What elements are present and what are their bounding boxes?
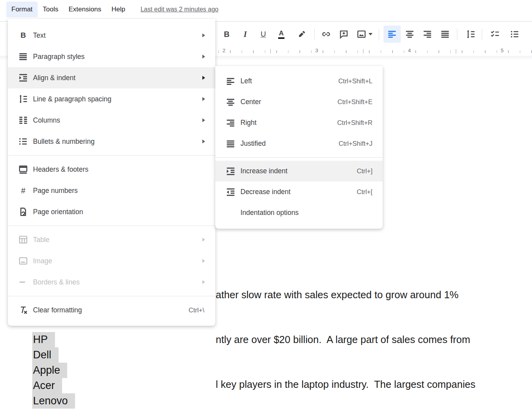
- submenu-shortcut: Ctrl+[: [357, 188, 372, 196]
- menu-item-label: Headers & footers: [33, 165, 88, 174]
- menu-item-label: Line & paragraph spacing: [33, 95, 111, 103]
- submenu-item-label: Center: [240, 98, 261, 106]
- submenu-arrow-icon: [202, 259, 205, 263]
- align-center-icon: [225, 97, 236, 107]
- table-icon: [18, 235, 29, 245]
- page-orientation-icon: [18, 207, 29, 217]
- submenu-shortcut: Ctrl+Shift+J: [339, 140, 372, 147]
- submenu-arrow-icon: [202, 280, 205, 284]
- text-line: ather slow rate with sales expected to g…: [216, 287, 475, 302]
- text-line: ntly are over $20 billion. A large part …: [216, 332, 475, 347]
- menu-divider: [8, 155, 215, 156]
- submenu-arrow-icon: [202, 139, 205, 143]
- menu-item-clear-formatting[interactable]: Clear formatting Ctrl+\: [8, 299, 215, 321]
- line-paragraph-spacing-icon: [18, 94, 29, 104]
- submenu-item-increase-indent[interactable]: Increase indent Ctrl+]: [215, 161, 383, 182]
- bullets-numbering-icon: [18, 136, 29, 147]
- menu-extensions[interactable]: Extensions: [64, 2, 106, 17]
- submenu-arrow-icon: [202, 76, 205, 80]
- menu-format[interactable]: Format: [6, 2, 38, 17]
- submenu-shortcut: Ctrl+Shift+E: [338, 98, 372, 106]
- text-line: l key players in the laptop industry. Th…: [216, 377, 475, 392]
- submenu-item-justified[interactable]: Justified Ctrl+Shift+J: [215, 133, 383, 154]
- menu-item-bullets-numbering[interactable]: Bullets & numbering: [8, 131, 215, 152]
- bold-icon: B: [18, 31, 29, 40]
- menu-item-label: Clear formatting: [33, 306, 82, 314]
- menu-item-borders-lines: Borders & lines: [8, 272, 215, 293]
- submenu-shortcut: Ctrl+Shift+R: [337, 119, 372, 127]
- clear-formatting-icon: [18, 305, 29, 315]
- menu-item-label: Borders & lines: [33, 278, 80, 286]
- submenu-item-label: Left: [240, 77, 252, 85]
- submenu-shortcut: Ctrl+Shift+L: [338, 77, 372, 85]
- list-item: HP: [32, 332, 75, 347]
- submenu-arrow-icon: [202, 33, 205, 37]
- align-left-icon: [225, 76, 236, 86]
- paragraph-text: ather slow rate with sales expected to g…: [216, 257, 475, 411]
- borders-lines-icon: [18, 277, 29, 287]
- submenu-shortcut: Ctrl+]: [357, 167, 372, 175]
- menu-shortcut: Ctrl+\: [189, 306, 204, 314]
- submenu-arrow-icon: [202, 238, 205, 242]
- image-icon: [18, 256, 29, 266]
- list-item: Dell: [32, 347, 75, 363]
- submenu-arrow-icon: [202, 118, 205, 122]
- align-indent-icon: [18, 73, 29, 83]
- menu-item-label: Columns: [33, 116, 60, 125]
- submenu-arrow-icon: [202, 97, 205, 101]
- submenu-item-decrease-indent[interactable]: Decrease indent Ctrl+[: [215, 182, 383, 202]
- menu-item-label: Text: [33, 31, 46, 40]
- list-item: Acer: [32, 378, 75, 393]
- align-indent-submenu: Left Ctrl+Shift+L Center Ctrl+Shift+E Ri…: [215, 66, 383, 229]
- menu-item-table: Table: [8, 229, 215, 250]
- menu-item-label: Bullets & numbering: [33, 138, 95, 146]
- menu-item-label: Table: [33, 236, 50, 244]
- paragraph-styles-icon: [18, 51, 29, 62]
- menu-item-page-orientation[interactable]: Page orientation: [8, 201, 215, 222]
- columns-icon: [18, 115, 29, 125]
- decrease-indent-icon: [225, 187, 236, 197]
- format-menu: B Text Paragraph styles Align & indent: [8, 19, 215, 326]
- submenu-item-label: Increase indent: [240, 167, 288, 175]
- menu-item-label: Paragraph styles: [33, 53, 84, 61]
- menu-item-align-indent[interactable]: Align & indent: [8, 67, 215, 88]
- list-item: Lenovo: [32, 393, 75, 409]
- menu-item-columns[interactable]: Columns: [8, 110, 215, 131]
- menu-item-headers-footers[interactable]: Headers & footers: [8, 159, 215, 180]
- last-edit-link[interactable]: Last edit was 2 minutes ago: [141, 6, 218, 13]
- justify-icon: [225, 139, 236, 149]
- menu-bar: Format Tools Extensions Help Last edit w…: [0, 0, 532, 19]
- menu-divider: [215, 157, 383, 158]
- menu-item-image: Image: [8, 250, 215, 272]
- headers-footers-icon: [18, 164, 29, 174]
- submenu-item-label: Decrease indent: [240, 188, 290, 196]
- menu-item-text[interactable]: B Text: [8, 25, 215, 46]
- align-right-icon: [225, 118, 236, 128]
- menu-help[interactable]: Help: [106, 2, 130, 17]
- menu-item-line-paragraph-spacing[interactable]: Line & paragraph spacing: [8, 88, 215, 110]
- menu-item-label: Image: [33, 257, 52, 265]
- submenu-item-label: Right: [240, 119, 257, 127]
- menu-item-paragraph-styles[interactable]: Paragraph styles: [8, 46, 215, 67]
- submenu-item-label: Justified: [240, 139, 266, 148]
- submenu-item-indentation-options[interactable]: Indentation options: [215, 202, 383, 223]
- page-numbers-icon: #: [18, 186, 29, 195]
- submenu-item-label: Indentation options: [240, 209, 299, 217]
- menu-tools[interactable]: Tools: [38, 2, 64, 17]
- increase-indent-icon: [225, 166, 236, 176]
- menu-divider: [8, 296, 215, 296]
- submenu-item-left[interactable]: Left Ctrl+Shift+L: [215, 71, 383, 92]
- submenu-item-right[interactable]: Right Ctrl+Shift+R: [215, 112, 383, 133]
- menu-item-label: Align & indent: [33, 74, 75, 82]
- submenu-item-center[interactable]: Center Ctrl+Shift+E: [215, 92, 383, 112]
- submenu-arrow-icon: [202, 55, 205, 59]
- google-docs-window: Format Tools Extensions Help Last edit w…: [0, 0, 532, 411]
- menu-item-label: Page numbers: [33, 187, 78, 195]
- list-item: Apple: [32, 363, 75, 378]
- menu-item-label: Page orientation: [33, 208, 83, 216]
- menu-divider: [8, 226, 215, 226]
- menu-item-page-numbers[interactable]: # Page numbers: [8, 180, 215, 201]
- selected-company-list: HP Dell Apple Acer Lenovo: [32, 332, 75, 409]
